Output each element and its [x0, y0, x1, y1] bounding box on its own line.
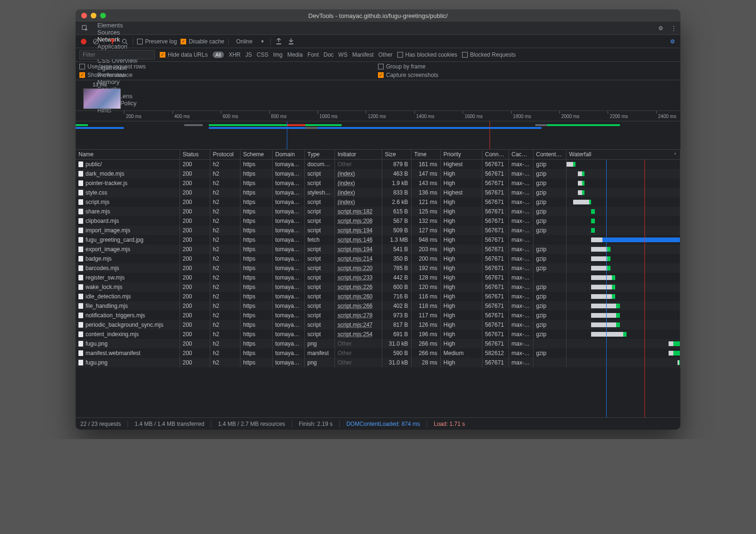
network-toolbar: Preserve log Disable cache Online ▼ ⚙	[76, 35, 680, 48]
status-requests: 22 / 23 requests	[80, 421, 121, 427]
filter-icon[interactable]	[108, 37, 117, 46]
export-har-icon[interactable]	[287, 37, 295, 46]
hide-data-urls-checkbox[interactable]: Hide data URLs	[160, 51, 208, 58]
table-row[interactable]: style.css200h2httpstomayac…stylesheet(in…	[76, 188, 680, 197]
column-header[interactable]: Size	[382, 150, 411, 160]
filter-type-css[interactable]: CSS	[257, 51, 268, 58]
svg-line-4	[126, 42, 128, 44]
has-blocked-cookies-checkbox[interactable]: Has blocked cookies	[397, 51, 457, 58]
blocked-requests-checkbox[interactable]: Blocked Requests	[462, 51, 516, 58]
tick: 1000 ms	[318, 111, 337, 114]
table-row[interactable]: manifest.webmanifest200h2httpstomayac…ma…	[76, 348, 680, 358]
status-dcl: DOMContentLoaded: 874 ms	[346, 421, 420, 427]
disable-cache-label: Disable cache	[189, 38, 224, 45]
table-row[interactable]: script.mjs200h2httpstomayac…script(index…	[76, 197, 680, 207]
table-row[interactable]: fugu.png200h2httpstomayac…pngOther31.0 k…	[76, 358, 680, 367]
filter-bar: Hide data URLs AllXHRJSCSSImgMediaFontDo…	[76, 48, 680, 62]
table-row[interactable]: idle_detection.mjs200h2httpstomayac…scri…	[76, 292, 680, 301]
filter-type-img[interactable]: Img	[273, 51, 283, 58]
table-row[interactable]: badge.mjs200h2httpstomayac…scriptscript.…	[76, 254, 680, 263]
table-row[interactable]: public/200h2httpstomayac…documentOther87…	[76, 160, 680, 169]
column-header[interactable]: Initiator	[335, 150, 382, 160]
titlebar: DevTools - tomayac.github.io/fugu-greeti…	[76, 9, 680, 22]
svg-point-3	[122, 39, 126, 43]
screenshot-time-label: 13 ms	[93, 82, 677, 87]
column-header[interactable]: Priority	[440, 150, 482, 160]
table-row[interactable]: share.mjs200h2httpstomayac…scriptscript.…	[76, 207, 680, 216]
filter-type-xhr[interactable]: XHR	[229, 51, 241, 58]
disable-cache-checkbox[interactable]: Disable cache	[180, 38, 224, 45]
table-row[interactable]: file_handling.mjs200h2httpstomayac…scrip…	[76, 301, 680, 311]
filter-type-media[interactable]: Media	[287, 51, 303, 58]
table-row[interactable]: wake_lock.mjs200h2httpstomayac…scriptscr…	[76, 282, 680, 292]
table-row[interactable]: import_image.mjs200h2httpstomayac…script…	[76, 226, 680, 235]
record-button[interactable]	[79, 37, 88, 46]
minimize-window-button[interactable]	[91, 13, 96, 18]
capture-screenshots-checkbox[interactable]: Capture screenshots	[378, 72, 677, 78]
status-load: Load: 1.71 s	[434, 421, 465, 427]
inspect-element-icon[interactable]	[78, 22, 92, 34]
table-row[interactable]: barcodes.mjs200h2httpstomayac…scriptscri…	[76, 263, 680, 273]
tick: 400 ms	[172, 111, 190, 114]
show-overview-checkbox[interactable]: Show overview	[79, 72, 378, 78]
group-by-frame-checkbox[interactable]: Group by frame	[378, 63, 677, 70]
column-header[interactable]: Type	[304, 150, 335, 160]
svg-rect-5	[276, 43, 281, 44]
filter-input[interactable]	[79, 50, 155, 59]
table-row[interactable]: pointer-tracker.js200h2httpstomayac…scri…	[76, 178, 680, 188]
network-settings-icon[interactable]: ⚙	[668, 37, 677, 46]
tick: 2400 ms	[656, 111, 676, 114]
throttling-dropdown-icon[interactable]: ▼	[258, 37, 266, 46]
column-header[interactable]: Status	[180, 150, 210, 160]
column-header[interactable]: Cach…	[508, 150, 533, 160]
column-header[interactable]: Conne…	[482, 150, 508, 160]
column-header[interactable]: Time	[411, 150, 440, 160]
status-finish: Finish: 2.19 s	[299, 421, 333, 427]
column-header[interactable]: Protocol	[210, 150, 240, 160]
column-header[interactable]: Scheme	[240, 150, 272, 160]
table-row[interactable]: clipboard.mjs200h2httpstomayac…scriptscr…	[76, 216, 680, 226]
preserve-log-label: Preserve log	[145, 38, 177, 45]
tick: 1200 ms	[366, 111, 386, 114]
table-row[interactable]: content_indexing.mjs200h2httpstomayac…sc…	[76, 330, 680, 339]
column-header[interactable]: Domain	[272, 150, 304, 160]
table-row[interactable]: fugu_greeting_card.jpg200h2httpstomayac……	[76, 235, 680, 245]
column-header[interactable]: Waterfall	[566, 150, 680, 160]
throttling-select[interactable]: Online	[232, 38, 255, 45]
traffic-lights	[76, 13, 106, 18]
search-icon[interactable]	[120, 37, 129, 46]
filter-type-doc[interactable]: Doc	[324, 51, 334, 58]
column-header[interactable]: Content-…	[533, 150, 566, 160]
timeline-overview[interactable]	[76, 121, 680, 150]
large-rows-checkbox[interactable]: Use large request rows	[79, 63, 378, 70]
tick: 800 ms	[269, 111, 287, 114]
close-window-button[interactable]	[81, 13, 87, 18]
settings-icon[interactable]: ⚙	[654, 22, 667, 34]
timeline-ruler[interactable]: 200 ms400 ms600 ms800 ms1000 ms1200 ms14…	[76, 111, 680, 121]
screenshots-strip: 13 ms	[76, 80, 680, 111]
view-options: Use large request rows Show overview Gro…	[76, 62, 680, 80]
table-row[interactable]: export_image.mjs200h2httpstomayac…script…	[76, 245, 680, 254]
table-row[interactable]: register_sw.mjs200h2httpstomayac…scripts…	[76, 273, 680, 282]
preserve-log-checkbox[interactable]: Preserve log	[137, 38, 177, 45]
tick: 1400 ms	[414, 111, 434, 114]
table-row[interactable]: fugu.png200h2httpstomayac…pngOther31.0 k…	[76, 339, 680, 348]
tick: 200 ms	[124, 111, 141, 114]
filter-type-other[interactable]: Other	[378, 51, 393, 58]
filter-type-manifest[interactable]: Manifest	[352, 51, 373, 58]
filter-type-js[interactable]: JS	[245, 51, 252, 58]
column-header[interactable]: Name	[76, 150, 180, 160]
tab-elements[interactable]: Elements	[92, 22, 143, 29]
table-row[interactable]: notification_triggers.mjs200h2httpstomay…	[76, 311, 680, 320]
table-row[interactable]: dark_mode.mjs200h2httpstomayac…script(in…	[76, 169, 680, 178]
more-menu-icon[interactable]: ⋮	[667, 22, 680, 34]
import-har-icon[interactable]	[275, 37, 283, 46]
clear-button[interactable]	[92, 37, 100, 46]
tick: 600 ms	[221, 111, 238, 114]
filter-type-all[interactable]: All	[213, 51, 224, 58]
filter-type-font[interactable]: Font	[308, 51, 319, 58]
zoom-window-button[interactable]	[100, 13, 106, 18]
table-row[interactable]: periodic_background_sync.mjs200h2httpsto…	[76, 320, 680, 330]
screenshot-thumbnail[interactable]	[83, 88, 121, 109]
filter-type-ws[interactable]: WS	[338, 51, 347, 58]
